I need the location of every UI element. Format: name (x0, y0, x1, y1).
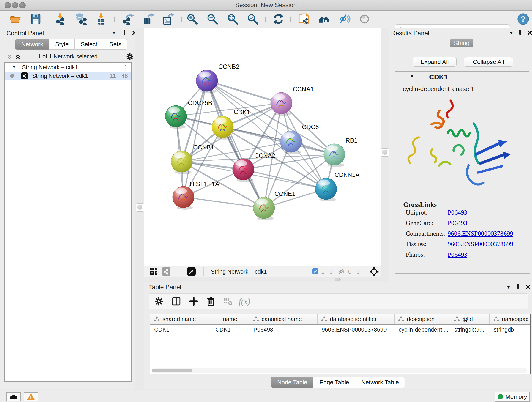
collapse-all-button[interactable]: Collapse All (464, 57, 513, 67)
selected-checkbox-icon[interactable] (312, 268, 318, 274)
tab-network[interactable]: Network (15, 39, 49, 50)
network-node-HIST1H1A[interactable]: HIST1H1A (172, 181, 219, 210)
results-panel-menu-icon[interactable]: ▼ (509, 31, 513, 36)
pan-tool-icon[interactable] (369, 267, 379, 278)
network-canvas[interactable]: CCNB2CCNA1CDC25BCDK1CDC6RB1CCNB1CCNA2CDK… (144, 28, 381, 266)
right-splitter-handle[interactable] (381, 148, 389, 157)
table-panel-float-icon[interactable] (517, 284, 519, 288)
zoom-selected-icon[interactable] (246, 12, 259, 26)
zoom-in-icon[interactable] (186, 12, 199, 26)
right-splitter[interactable] (381, 28, 389, 282)
network-node-CCNB1[interactable]: CCNB1 (171, 144, 214, 174)
network-view[interactable]: CCNB2CCNA1CDC25BCDK1CDC6RB1CCNB1CCNA2CDK… (144, 28, 381, 266)
table-cell[interactable]: P06493 (249, 325, 317, 335)
network-collection-row[interactable]: ▼ String Network – cdk1 1 (5, 63, 131, 71)
column-header-canonical-name[interactable]: canonical name (249, 314, 317, 324)
network-node-CDKN1A[interactable]: CDKN1A (315, 172, 360, 201)
tab-edge-table[interactable]: Edge Table (313, 377, 355, 388)
column-header-shared-name[interactable]: shared name (150, 314, 211, 324)
control-panel-menu-icon[interactable]: ▼ (112, 31, 116, 36)
table-hscrollbar-thumb[interactable] (152, 369, 192, 372)
import-network-database-icon[interactable] (74, 12, 88, 26)
export-network-icon[interactable] (121, 12, 135, 26)
tab-network-table[interactable]: Network Table (355, 377, 405, 388)
table-panel-menu-icon[interactable]: ▼ (506, 285, 511, 290)
zoom-fit-icon[interactable] (226, 12, 239, 26)
network-grid-view-icon[interactable] (149, 268, 157, 277)
table-add-icon[interactable] (188, 295, 200, 307)
crosslink-link[interactable]: 9606.ENSP00000378699 (448, 240, 513, 248)
edge-CCNB2-CCNA1[interactable] (207, 81, 281, 103)
crosslink-link[interactable]: P06493 (448, 219, 467, 227)
save-session-icon[interactable] (29, 12, 42, 26)
hidden-items-icon (338, 268, 345, 276)
help-icon[interactable]: ? (516, 12, 530, 26)
expand-all-button[interactable]: Expand All (413, 57, 457, 67)
network-node-CCNA1[interactable]: CCNA1 (271, 86, 314, 116)
tab-style[interactable]: Style (49, 39, 75, 50)
network-options-gear-icon[interactable] (126, 52, 134, 62)
node-table[interactable]: shared namenamecanonical namedatabase id… (150, 313, 531, 375)
table-hscrollbar[interactable] (152, 368, 527, 373)
control-panel-float-icon[interactable] (124, 30, 125, 34)
left-splitter[interactable] (135, 28, 145, 389)
network-name: String Network – cdk1 (32, 73, 88, 79)
table-gear-icon[interactable] (153, 295, 165, 307)
import-network-file-icon[interactable] (54, 12, 67, 26)
edge-CCNB2-HIST1H1A[interactable] (183, 81, 207, 197)
network-node-RB1[interactable]: RB1 (323, 137, 358, 167)
zoom-out-icon[interactable] (206, 12, 219, 26)
bottom-splitter-handle[interactable] (335, 278, 341, 281)
gene-header[interactable]: ▼ CDK1 (395, 71, 529, 82)
clone-network-icon[interactable] (297, 12, 310, 26)
table-cell[interactable]: cyclin-dependent ... (394, 325, 450, 335)
node-label-CDKN1A: CDKN1A (335, 172, 360, 178)
gene-expander-icon[interactable]: ▼ (410, 74, 414, 79)
results-panel-close-icon[interactable] (527, 30, 532, 36)
table-cell[interactable]: CDK1 (211, 325, 249, 335)
table-row[interactable]: CDK1CDK1P064939606.ENSP00000378699cyclin… (150, 325, 530, 335)
column-header-database-identifier[interactable]: database identifier (317, 314, 394, 324)
open-session-icon[interactable] (8, 12, 22, 26)
network-node-CCNE1[interactable]: CCNE1 (253, 191, 296, 220)
edge-CDK1-RB1[interactable] (223, 127, 334, 154)
table-delete-icon[interactable] (205, 295, 217, 307)
tab-string[interactable]: String (450, 38, 473, 48)
import-table-file-icon[interactable] (94, 12, 108, 26)
left-splitter-handle[interactable] (136, 203, 144, 211)
network-row-selected[interactable]: String Network – cdk1 11 48 (5, 71, 131, 80)
home-icon[interactable] (317, 12, 331, 26)
column-header-name[interactable]: name (211, 314, 249, 324)
apply-layout-icon[interactable] (272, 12, 285, 26)
show-graphics-details-icon[interactable] (358, 12, 371, 26)
column-header--id[interactable]: @id (450, 314, 490, 324)
table-cell[interactable]: 9606.ENSP00000378699 (317, 325, 394, 335)
crosslink-link[interactable]: P06493 (448, 209, 467, 216)
edge-HIST1H1A-CCNE1[interactable] (183, 197, 264, 208)
crosslink-link[interactable]: 9606.ENSP00000378699 (448, 230, 513, 237)
table-columns-icon[interactable] (170, 295, 182, 307)
edge-CCNB2-CCNE1[interactable] (207, 81, 264, 208)
memory-status-dot (498, 394, 503, 400)
collection-expander-icon[interactable]: ▼ (12, 64, 16, 70)
column-header-namespac[interactable]: namespac (490, 314, 530, 324)
network-node-CDC25B[interactable]: CDC25B (165, 99, 212, 129)
column-header-description[interactable]: description (394, 314, 450, 324)
tab-select[interactable]: Select (75, 39, 103, 50)
export-image-icon[interactable] (161, 12, 174, 26)
export-table-icon[interactable] (141, 12, 155, 26)
results-panel-float-icon[interactable] (519, 30, 521, 34)
memory-button[interactable]: Memory (495, 392, 530, 402)
crosslink-link[interactable]: P06493 (448, 251, 467, 258)
table-cell[interactable]: stringdb (490, 325, 530, 335)
tab-node-table[interactable]: Node Table (271, 377, 313, 388)
table-panel-close-icon[interactable] (525, 284, 530, 290)
cloud-icon[interactable] (6, 392, 21, 401)
table-cell[interactable]: stringdb:9... (450, 325, 490, 335)
network-share-view-icon[interactable] (162, 267, 171, 276)
table-cell[interactable]: CDK1 (150, 325, 211, 335)
birds-eye-view-icon[interactable] (187, 267, 196, 276)
warning-icon[interactable] (24, 392, 38, 401)
hide-graphics-details-icon[interactable] (338, 12, 351, 26)
tab-sets[interactable]: Sets (103, 39, 127, 50)
